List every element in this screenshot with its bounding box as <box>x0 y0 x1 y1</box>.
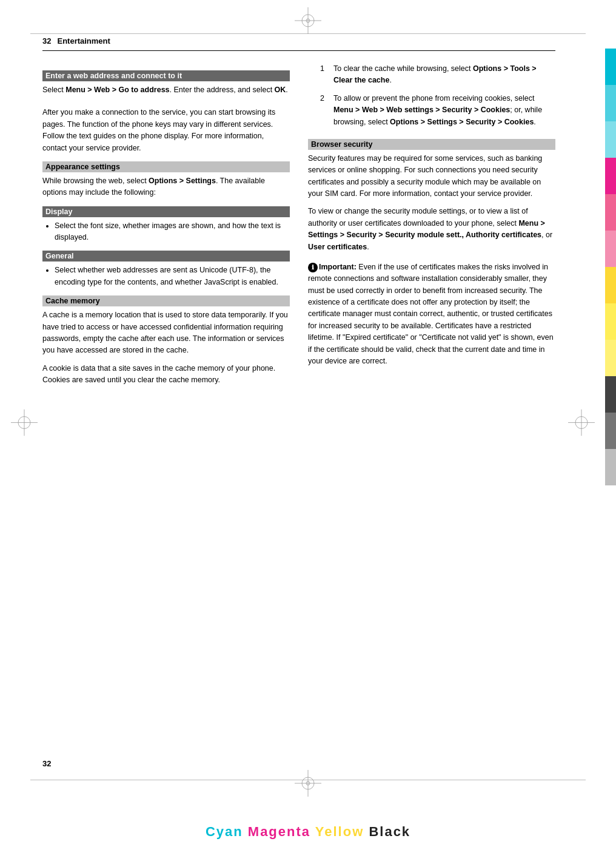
browser-security-para2: To view or change the security module se… <box>308 206 555 253</box>
important-label: Important: <box>319 263 357 271</box>
right-column: 1 To clear the cache while browsing, sel… <box>308 63 555 392</box>
color-tab-cyan3 <box>605 121 616 158</box>
list-text-2: To allow or prevent the phone from recei… <box>333 93 555 128</box>
general-bullet: Select whether web addresses are sent as… <box>55 265 290 288</box>
display-bullet: Select the font size, whether images are… <box>55 220 290 244</box>
list-item-1: 1 To clear the cache while browsing, sel… <box>320 63 555 87</box>
browser-security-heading: Browser security <box>308 139 555 150</box>
color-tab-magenta1 <box>605 158 616 194</box>
enter-web-section: Enter a web address and connect to it Se… <box>42 70 290 96</box>
bottom-crosshair <box>295 770 321 798</box>
cmyk-bar: Cyan Magenta Yellow Black <box>0 823 616 847</box>
cache-section: Cache memory A cache is a memory locatio… <box>42 295 290 386</box>
main-content: 32 Entertainment Enter a web address and… <box>0 0 604 428</box>
color-tabs <box>605 49 616 485</box>
right-crosshair <box>568 410 595 438</box>
cmyk-yellow: Yellow <box>315 824 364 839</box>
cmyk-cyan: Cyan <box>206 824 243 839</box>
cache-para2: A cookie is data that a site saves in th… <box>42 363 290 386</box>
important-icon: ℹ <box>308 263 318 272</box>
general-section: General Select whether web addresses are… <box>42 251 290 288</box>
appearance-body: While browsing the web, select Options >… <box>42 175 290 199</box>
color-tab-magenta3 <box>605 231 616 267</box>
color-tab-yellow2 <box>605 303 616 340</box>
cache-para1: A cache is a memory location that is use… <box>42 309 290 357</box>
color-tab-yellow1 <box>605 267 616 303</box>
page-container: 32 Entertainment Enter a web address and… <box>0 0 616 847</box>
numbered-list: 1 To clear the cache while browsing, sel… <box>320 63 555 128</box>
color-tab-black3 <box>605 449 616 485</box>
important-note: ℹImportant: Even if the use of certifica… <box>308 262 555 367</box>
cache-heading: Cache memory <box>42 295 290 306</box>
two-column-layout: Enter a web address and connect to it Se… <box>42 63 555 392</box>
list-num-2: 2 <box>320 93 329 128</box>
cmyk-black: Black <box>369 824 410 839</box>
appearance-heading: Appearance settings <box>42 161 290 172</box>
color-tab-cyan1 <box>605 49 616 85</box>
list-num-1: 1 <box>320 63 329 87</box>
color-tab-black1 <box>605 376 616 413</box>
browser-security-section: Browser security Security features may b… <box>308 139 555 367</box>
color-tab-yellow3 <box>605 340 616 376</box>
cmyk-colors: Cyan Magenta Yellow Black <box>206 824 410 840</box>
left-column: Enter a web address and connect to it Se… <box>42 63 290 392</box>
page-header: 32 Entertainment <box>42 36 555 51</box>
page-title-header: Entertainment <box>57 36 110 46</box>
browse-intro-text: After you make a connection to the servi… <box>42 107 290 154</box>
display-section: Display Select the font size, whether im… <box>42 206 290 244</box>
page-number-header: 32 <box>42 36 51 46</box>
browser-security-para1: Security features may be required for so… <box>308 153 555 200</box>
enter-web-body: Select Menu > Web > Go to address. Enter… <box>42 84 290 96</box>
list-text-1: To clear the cache while browsing, selec… <box>333 63 555 87</box>
enter-web-heading: Enter a web address and connect to it <box>42 70 290 81</box>
general-heading: General <box>42 251 290 262</box>
browse-intro-section: After you make a connection to the servi… <box>42 107 290 154</box>
color-tab-cyan2 <box>605 85 616 121</box>
appearance-section: Appearance settings While browsing the w… <box>42 161 290 199</box>
important-body: Even if the use of certificates makes th… <box>308 263 554 365</box>
top-crosshair <box>295 7 321 36</box>
color-tab-magenta2 <box>605 194 616 231</box>
general-list: Select whether web addresses are sent as… <box>55 265 290 288</box>
page-number-bottom: 32 <box>42 759 51 768</box>
left-crosshair <box>11 410 38 438</box>
list-item-2: 2 To allow or prevent the phone from rec… <box>320 93 555 128</box>
cmyk-magenta: Magenta <box>248 824 310 839</box>
display-list: Select the font size, whether images are… <box>55 220 290 244</box>
display-heading: Display <box>42 206 290 217</box>
color-tab-black2 <box>605 413 616 449</box>
